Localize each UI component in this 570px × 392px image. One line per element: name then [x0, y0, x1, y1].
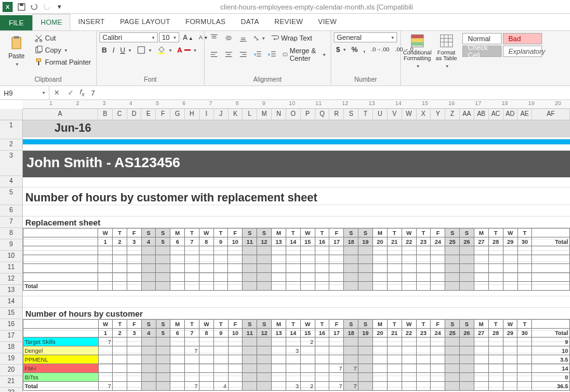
cell[interactable] [358, 338, 373, 346]
cell[interactable] [373, 255, 388, 264]
cell[interactable] [416, 273, 431, 282]
cell[interactable] [185, 355, 200, 364]
cell[interactable] [127, 338, 142, 346]
cell[interactable] [315, 273, 329, 282]
cell[interactable]: 3 [286, 346, 300, 355]
cell[interactable] [257, 246, 272, 255]
cell[interactable] [402, 255, 416, 264]
cell[interactable] [98, 364, 113, 373]
cell[interactable] [387, 382, 402, 391]
grand-total[interactable]: 36.5 [532, 382, 570, 391]
cell[interactable] [213, 355, 228, 364]
cell[interactable] [358, 255, 373, 264]
cell[interactable] [127, 364, 142, 373]
save-icon[interactable] [16, 1, 27, 13]
cell[interactable] [329, 273, 344, 282]
cell[interactable] [156, 355, 170, 364]
col-head-U[interactable]: U [373, 109, 388, 120]
cell[interactable] [517, 382, 532, 391]
cell[interactable] [286, 355, 300, 364]
cell[interactable] [200, 346, 214, 355]
align-middle-icon[interactable] [222, 32, 236, 44]
cell[interactable] [431, 282, 445, 291]
cell[interactable] [445, 255, 460, 264]
cell[interactable] [156, 364, 170, 373]
cell[interactable]: 7 [98, 338, 113, 346]
cell[interactable] [329, 255, 344, 264]
cell[interactable] [387, 255, 402, 264]
cell[interactable] [228, 382, 243, 391]
cell[interactable] [488, 246, 503, 255]
format-as-table-button[interactable]: Format as Table▾ [433, 32, 460, 70]
cell[interactable] [488, 264, 503, 273]
cell[interactable] [228, 346, 243, 355]
cell[interactable] [358, 382, 373, 391]
cell[interactable] [300, 246, 315, 255]
conditional-formatting-button[interactable]: Conditional Formatting▾ [403, 32, 431, 70]
cell[interactable] [503, 264, 517, 273]
cell[interactable] [416, 364, 431, 373]
col-head-K[interactable]: K [229, 109, 243, 120]
cell[interactable] [300, 264, 315, 273]
cell[interactable] [127, 382, 142, 391]
cell[interactable]: 7 [329, 364, 344, 373]
font-size-select[interactable]: 10▾ [159, 32, 179, 42]
cell[interactable] [474, 264, 489, 273]
cell[interactable] [517, 355, 532, 364]
row-head-17[interactable]: 17 [0, 331, 23, 342]
cell[interactable] [488, 355, 503, 364]
cell[interactable] [213, 273, 228, 282]
indent-dec-icon[interactable] [251, 46, 265, 63]
number-format-select[interactable]: General▾ [334, 32, 397, 42]
cell[interactable] [344, 282, 358, 291]
cell[interactable] [416, 373, 431, 382]
cell[interactable] [257, 255, 272, 264]
cell[interactable] [113, 338, 127, 346]
cell[interactable] [141, 373, 156, 382]
style-check[interactable]: Check Cell [462, 46, 502, 57]
row-head-1[interactable]: 1 [0, 120, 23, 139]
cell[interactable] [98, 246, 113, 255]
cell[interactable] [243, 382, 257, 391]
cell[interactable] [460, 255, 474, 264]
cell[interactable] [228, 338, 243, 346]
row-label[interactable] [23, 246, 98, 255]
cell[interactable] [431, 346, 445, 355]
row-total[interactable]: 0 [532, 373, 570, 382]
cell[interactable] [315, 264, 329, 273]
grand-total[interactable] [532, 282, 570, 291]
align-left-icon[interactable] [207, 46, 221, 63]
cell[interactable] [286, 255, 300, 264]
cell[interactable] [257, 264, 272, 273]
currency-button[interactable]: $▾ [334, 44, 348, 54]
cell[interactable] [228, 264, 243, 273]
align-center-icon[interactable] [222, 46, 236, 63]
cell[interactable] [387, 355, 402, 364]
cell[interactable] [445, 364, 460, 373]
cell[interactable] [358, 364, 373, 373]
cell[interactable] [199, 255, 213, 264]
cancel-formula-icon[interactable]: ✕ [49, 86, 63, 99]
cell[interactable] [127, 346, 142, 355]
cell[interactable] [98, 264, 113, 273]
cell[interactable] [141, 364, 156, 373]
cell[interactable] [488, 364, 503, 373]
cell[interactable] [257, 382, 272, 391]
cell[interactable] [213, 255, 228, 264]
cell[interactable] [315, 364, 329, 373]
cell[interactable] [474, 246, 489, 255]
format-painter-button[interactable]: Format Painter [32, 56, 94, 68]
cell[interactable] [344, 346, 358, 355]
col-head-Z[interactable]: Z [445, 109, 460, 120]
cell[interactable] [286, 364, 300, 373]
col-head-E[interactable]: E [141, 109, 156, 120]
cell[interactable] [517, 282, 532, 291]
col-head-V[interactable]: V [388, 109, 402, 120]
cell[interactable] [113, 373, 127, 382]
cell[interactable] [460, 364, 474, 373]
col-head-AD[interactable]: AD [504, 109, 518, 120]
cell[interactable] [431, 246, 445, 255]
cell[interactable] [431, 382, 445, 391]
cell[interactable] [387, 273, 402, 282]
tab-view[interactable]: VIEW [310, 14, 344, 30]
